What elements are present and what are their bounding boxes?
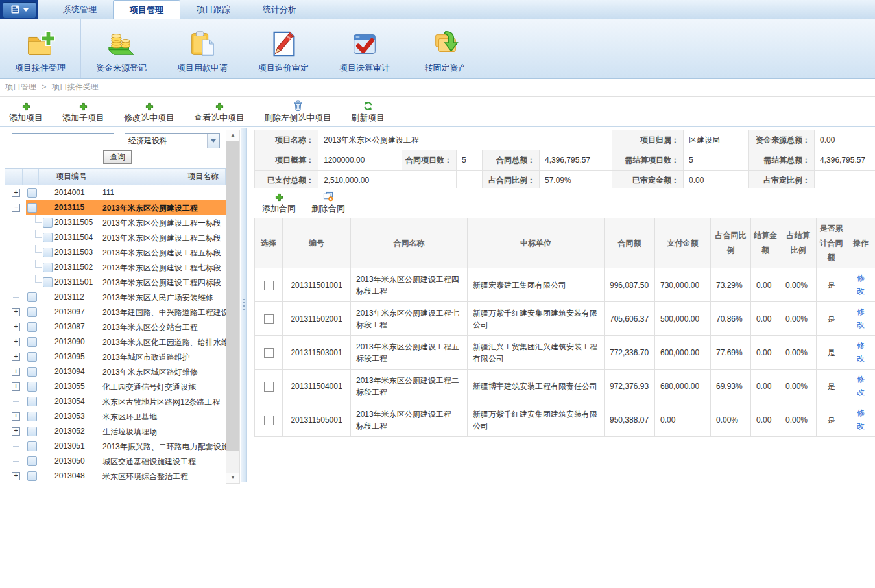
row-checkbox[interactable] (264, 416, 274, 425)
row-checkbox[interactable] (264, 348, 274, 358)
action-button-1[interactable]: 添加项目 (9, 100, 43, 124)
row-checkbox[interactable] (27, 456, 37, 466)
tree-node[interactable]: +20130952013年城区市政道路维护 (5, 349, 226, 364)
action-button-4[interactable]: 查看选中项目 (194, 100, 245, 124)
tree-expand-toggle[interactable]: + (12, 427, 20, 436)
project-name: 2013年建国路、中兴路道路工程建设 (102, 307, 226, 318)
action-button-5[interactable]: 删除左侧选中项目 (264, 100, 331, 124)
action-button-3[interactable]: 修改选中项目 (124, 100, 174, 124)
row-checkbox[interactable] (27, 427, 37, 436)
row-checkbox[interactable] (43, 263, 53, 272)
row-checkbox[interactable] (27, 412, 37, 421)
row-checkbox[interactable] (43, 277, 53, 287)
row-checkbox[interactable] (27, 203, 37, 213)
contract-cell-unit: 新疆宏泰建工集团有限公司 (468, 268, 605, 302)
tree-node[interactable]: −20131152013年米东区公厕建设工程 (5, 200, 226, 215)
row-checkbox[interactable] (264, 281, 274, 290)
tree-expand-toggle[interactable]: + (12, 308, 20, 316)
query-button[interactable]: 查询 (103, 150, 132, 164)
row-checkbox[interactable] (27, 471, 37, 481)
row-checkbox[interactable] (27, 322, 37, 332)
row-checkbox[interactable] (27, 441, 37, 451)
tree-expand-toggle[interactable]: + (12, 412, 20, 421)
tree-node[interactable]: 2013115052013年米东区公厕建设工程一标段 (5, 215, 226, 230)
row-checkbox[interactable] (43, 233, 53, 242)
contract-select-cell (255, 268, 283, 302)
tree-node[interactable]: 2013050城区交通基础设施建设工程 (5, 454, 226, 469)
main-menu-button[interactable] (3, 2, 36, 18)
tree-node[interactable]: 20130512013年振兴路、二环路电力配套设施 (5, 439, 226, 454)
tree-node[interactable]: +2013055化工园交通信号灯交通设施 (5, 379, 226, 394)
tree-node[interactable]: +2013052生活垃圾填埋场 (5, 424, 226, 439)
contract-cell-settle_ratio: 0.00% (780, 302, 817, 336)
modify-link[interactable]: 修改 (856, 373, 866, 398)
row-checkbox[interactable] (27, 307, 37, 317)
tree-node[interactable]: 2013115032013年米东区公厕建设工程五标段 (5, 245, 226, 260)
tree-expand-toggle[interactable]: + (12, 368, 20, 376)
detail-label: 已审定金额： (612, 171, 684, 191)
tree-node[interactable]: 2013054米东区古牧地片区路网12条路工程 (5, 394, 226, 409)
tree-node[interactable]: +2013048米东区环境综合整治工程 (5, 469, 226, 483)
toolbar-item-3[interactable]: 项目用款申请 (162, 19, 243, 78)
tab-1[interactable]: 系统管理 (47, 0, 113, 19)
detail-value: 4,396,795.57 (815, 150, 875, 171)
row-checkbox[interactable] (27, 352, 37, 362)
row-checkbox[interactable] (27, 188, 37, 198)
toolbar-item-6[interactable]: 转固定资产 (405, 19, 486, 78)
row-checkbox[interactable] (27, 397, 37, 406)
scroll-down-arrow[interactable]: ▼ (226, 473, 239, 483)
tree-expand-toggle[interactable]: − (12, 204, 20, 212)
chevron-down-icon[interactable] (207, 134, 219, 148)
contract-action-button-1[interactable]: 添加合同 (262, 191, 296, 215)
modify-link[interactable]: 修改 (856, 340, 866, 364)
toolbar-item-4[interactable]: 项目造价审定 (243, 19, 324, 78)
tree-expand-toggle[interactable]: + (12, 353, 20, 361)
row-checkbox[interactable] (27, 292, 37, 302)
toolbar-item-2[interactable]: 资金来源登记 (81, 19, 162, 78)
tree-node[interactable]: +20130872013年米东区公交站台工程 (5, 320, 226, 335)
toolbar-item-5[interactable]: 项目决算审计 (324, 19, 405, 78)
breadcrumb-section[interactable]: 项目管理 (5, 82, 36, 91)
scroll-thumb[interactable] (226, 141, 239, 451)
tree-expand-toggle[interactable]: + (12, 338, 20, 346)
modify-link[interactable]: 修改 (856, 407, 866, 432)
tree-node[interactable]: +20130902013年米东区化工园道路、给排水维修 (5, 335, 226, 349)
tab-2[interactable]: 项目管理 (113, 0, 180, 19)
tree-node[interactable]: 2013115012013年米东区公厕建设工程四标段 (5, 275, 226, 290)
modify-link[interactable]: 修改 (856, 272, 866, 297)
tree-expand-toggle[interactable]: + (12, 382, 20, 391)
row-checkbox[interactable] (43, 248, 53, 257)
tree-expand-toggle[interactable]: + (12, 323, 20, 331)
panel-splitter[interactable] (241, 128, 247, 482)
row-checkbox[interactable] (27, 337, 37, 347)
toolbar-item-1[interactable]: 项目接件受理 (0, 19, 81, 78)
tree-expand-toggle[interactable]: + (12, 189, 20, 197)
row-checkbox[interactable] (264, 314, 274, 324)
tree-node[interactable]: 2013115042013年米东区公厕建设工程二标段 (5, 230, 226, 245)
scroll-up-arrow[interactable]: ▲ (226, 130, 239, 141)
row-checkbox[interactable] (27, 367, 37, 377)
search-input[interactable] (12, 133, 114, 147)
tab-3[interactable]: 项目跟踪 (180, 0, 246, 19)
modify-link[interactable]: 修改 (856, 306, 866, 331)
department-select[interactable]: 经济建设科 (125, 133, 220, 148)
tree-node[interactable]: +20130972013年建国路、中兴路道路工程建设 (5, 305, 226, 320)
contract-cell-unit: 新疆万紫千红建安集团建筑安装有限公司 (468, 403, 605, 437)
action-button-6[interactable]: 刷新项目 (351, 100, 385, 124)
tree-node[interactable]: +20130942013年米东区城区路灯维修 (5, 364, 226, 379)
row-checkbox[interactable] (264, 382, 274, 392)
contract-cell-amount: 705,606.37 (605, 302, 655, 336)
tree-node[interactable]: 2013115022013年米东区公厕建设工程七标段 (5, 260, 226, 275)
project-name: 生活垃圾填埋场 (102, 427, 226, 438)
row-checkbox[interactable] (27, 382, 37, 392)
row-checkbox[interactable] (43, 218, 53, 228)
tab-4[interactable]: 统计分析 (246, 0, 313, 19)
action-button-2[interactable]: 添加子项目 (62, 100, 104, 124)
tree-expand-toggle[interactable]: + (12, 472, 20, 480)
tree-scrollbar[interactable]: ▲ ▼ (226, 130, 240, 484)
tree-node[interactable]: +2013053米东区环卫基地 (5, 409, 226, 424)
project-code: 2013094 (54, 367, 85, 376)
contract-action-button-2[interactable]: 删除合同 (311, 191, 345, 215)
tree-node[interactable]: 20131122013年米东区人民广场安装维修 (5, 290, 226, 305)
tree-node[interactable]: +2014001111 (5, 185, 226, 200)
